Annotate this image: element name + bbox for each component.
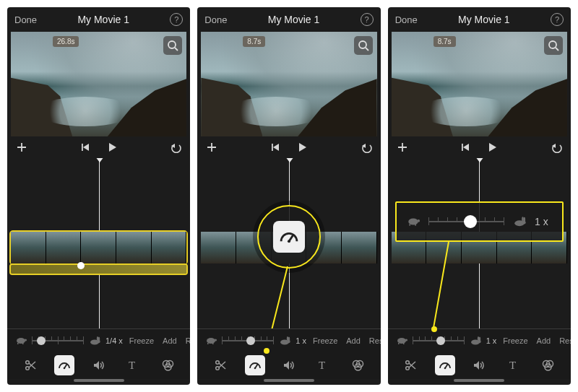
- volume-tool[interactable]: [469, 355, 489, 375]
- help-button[interactable]: ?: [551, 13, 564, 26]
- scissors-icon: [404, 359, 417, 372]
- turtle-icon: [204, 335, 217, 347]
- clip-speed-bar[interactable]: [11, 265, 186, 274]
- speed-controls-row: 1 x Freeze Add Reset: [388, 329, 571, 352]
- text-icon: [316, 359, 329, 372]
- duration-badge: 26.8s: [53, 36, 79, 47]
- done-button[interactable]: Done: [14, 14, 37, 25]
- zoom-button[interactable]: [163, 36, 182, 55]
- timeline[interactable]: [7, 158, 190, 328]
- undo-icon: [361, 141, 372, 153]
- speed-tool[interactable]: [54, 355, 74, 375]
- speed-tool[interactable]: [435, 355, 455, 375]
- zoom-button[interactable]: [354, 36, 373, 55]
- phone-screen-2: Done My Movie 1 ? 8.7s: [197, 7, 380, 385]
- volume-icon: [92, 359, 105, 372]
- playback-controls: [197, 136, 380, 158]
- scissors-tool[interactable]: [210, 355, 230, 375]
- filters-icon: [351, 359, 364, 372]
- plus-icon: [397, 141, 408, 153]
- text-tool[interactable]: [313, 355, 333, 375]
- undo-icon: [551, 141, 562, 153]
- add-media-button[interactable]: [16, 141, 27, 153]
- play-button[interactable]: [106, 141, 118, 153]
- add-speed-button[interactable]: Add: [160, 336, 179, 345]
- video-preview[interactable]: 26.8s: [11, 32, 186, 136]
- rabbit-icon: [469, 335, 482, 347]
- speed-slider[interactable]: [428, 215, 504, 228]
- freeze-button[interactable]: Freeze: [127, 336, 156, 345]
- speed-controls-row: 1 x Freeze Add Reset: [197, 329, 380, 352]
- turtle-icon: [405, 215, 421, 228]
- done-button[interactable]: Done: [204, 14, 227, 25]
- undo-button[interactable]: [170, 141, 181, 153]
- help-button[interactable]: ?: [170, 13, 183, 26]
- scissors-tool[interactable]: [400, 355, 420, 375]
- skip-back-button[interactable]: [270, 141, 282, 153]
- volume-icon: [473, 359, 486, 372]
- video-preview[interactable]: 8.7s: [392, 32, 567, 136]
- home-indicator: [264, 379, 314, 382]
- plus-icon: [206, 141, 217, 153]
- search-icon: [167, 40, 178, 51]
- add-speed-button[interactable]: Add: [344, 336, 363, 345]
- timeline[interactable]: 1 x: [388, 158, 571, 328]
- timeline[interactable]: [197, 158, 380, 328]
- top-bar: Done My Movie 1 ?: [388, 7, 571, 32]
- freeze-button[interactable]: Freeze: [501, 336, 530, 345]
- volume-tool[interactable]: [89, 355, 109, 375]
- play-button[interactable]: [486, 141, 498, 153]
- skip-back-button[interactable]: [460, 141, 472, 153]
- video-preview[interactable]: 8.7s: [201, 32, 376, 136]
- undo-button[interactable]: [361, 141, 372, 153]
- speed-slider[interactable]: [222, 334, 274, 347]
- speedometer-icon: [249, 359, 262, 372]
- speed-slider-thumb[interactable]: [464, 215, 477, 228]
- add-media-button[interactable]: [397, 141, 408, 153]
- skip-back-icon: [80, 141, 92, 153]
- undo-button[interactable]: [551, 141, 562, 153]
- volume-icon: [282, 359, 296, 372]
- bottom-toolbar: 1/4 x Freeze Add Reset: [7, 328, 190, 379]
- filters-icon: [161, 359, 174, 372]
- done-button[interactable]: Done: [395, 14, 418, 25]
- zoom-button[interactable]: [544, 36, 563, 55]
- bottom-toolbar: 1 x Freeze Add Reset: [388, 328, 571, 379]
- project-title: My Movie 1: [458, 14, 510, 25]
- speed-tool[interactable]: [245, 355, 265, 375]
- reset-speed-button[interactable]: Reset: [184, 336, 191, 345]
- project-title: My Movie 1: [77, 14, 129, 25]
- play-button[interactable]: [296, 141, 308, 153]
- freeze-button[interactable]: Freeze: [311, 336, 340, 345]
- filters-tool[interactable]: [348, 355, 368, 375]
- speedometer-icon: [58, 359, 71, 372]
- rabbit-icon: [88, 335, 101, 347]
- text-tool[interactable]: [123, 355, 143, 375]
- speed-slider-thumb[interactable]: [37, 336, 46, 345]
- text-icon: [126, 359, 139, 372]
- project-title: My Movie 1: [268, 14, 320, 25]
- add-media-button[interactable]: [206, 141, 217, 153]
- skip-back-icon: [270, 141, 282, 153]
- tool-row: [388, 352, 571, 378]
- callout-speed-slider: 1 x: [395, 201, 564, 242]
- filters-tool[interactable]: [538, 355, 558, 375]
- filters-tool[interactable]: [158, 355, 178, 375]
- reset-speed-button[interactable]: Reset: [367, 336, 381, 345]
- speed-slider[interactable]: [413, 334, 465, 347]
- text-tool[interactable]: [504, 355, 524, 375]
- clip-strip[interactable]: [11, 232, 186, 263]
- speed-range-handle[interactable]: [77, 262, 85, 269]
- speed-slider-thumb[interactable]: [246, 336, 255, 345]
- skip-back-button[interactable]: [80, 141, 92, 153]
- speed-slider-thumb[interactable]: [436, 336, 445, 345]
- speed-slider[interactable]: [32, 334, 84, 347]
- callout-dot: [431, 326, 437, 332]
- add-speed-button[interactable]: Add: [535, 336, 553, 345]
- scissors-tool[interactable]: [20, 355, 40, 375]
- reset-speed-button[interactable]: Reset: [557, 336, 571, 345]
- volume-tool[interactable]: [279, 355, 299, 375]
- scissors-icon: [214, 359, 227, 372]
- turtle-icon: [395, 335, 408, 347]
- help-button[interactable]: ?: [361, 13, 374, 26]
